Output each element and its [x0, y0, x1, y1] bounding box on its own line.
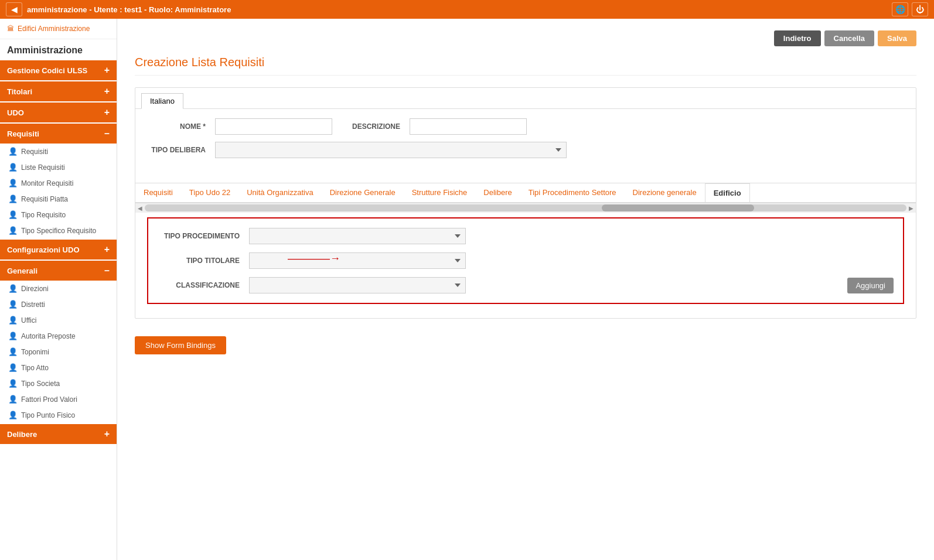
person-icon-uffici: 👤	[8, 316, 18, 325]
edifici-icon: 🏛	[7, 25, 14, 33]
person-icon-monitor: 👤	[8, 179, 18, 187]
person-icon-requisiti: 👤	[8, 147, 18, 156]
sidebar-item-requisiti-piatta[interactable]: 👤 Requisiti Piatta	[0, 191, 117, 207]
tab-tipo-udo-22[interactable]: Tipo Udo 22	[181, 183, 238, 203]
horizontal-scrollbar[interactable]: ◀ ▶	[135, 203, 916, 213]
tipo-punto-fisico-label: Tipo Punto Fisico	[21, 411, 75, 419]
gestione-toggle: +	[104, 65, 110, 76]
tipo-procedimento-select[interactable]	[249, 228, 466, 244]
sidebar-header[interactable]: 🏛 Edifici Amministrazione	[0, 19, 117, 39]
tab-strutture-fisiche[interactable]: Strutture Fisiche	[404, 183, 476, 203]
tipo-delibera-select[interactable]	[215, 142, 567, 158]
liste-requisiti-label: Liste Requisiti	[21, 163, 65, 172]
show-form-bindings-button[interactable]: Show Form Bindings	[135, 336, 226, 354]
back-arrow-icon[interactable]: ◀	[6, 2, 22, 16]
scroll-left-arrow[interactable]: ◀	[138, 205, 142, 211]
tipo-titolare-select[interactable]	[249, 252, 466, 269]
scroll-right-arrow[interactable]: ▶	[909, 205, 913, 211]
lang-tab[interactable]: Italiano	[141, 93, 183, 109]
classificazione-row: CLASSIFICAZIONE Aggiungi	[158, 277, 894, 293]
classificazione-label: CLASSIFICAZIONE	[158, 281, 240, 289]
sidebar-group-udo[interactable]: UDO +	[0, 103, 117, 122]
nome-input[interactable]	[215, 118, 332, 135]
tipo-titolare-row: TIPO TITOLARE	[158, 252, 894, 269]
person-icon-fattori: 👤	[8, 395, 18, 404]
tabs-header: Requisiti Tipo Udo 22 Unità Organizzativ…	[135, 183, 916, 203]
config-udo-toggle: +	[104, 244, 110, 255]
cancel-button[interactable]: Cancella	[824, 30, 874, 46]
sidebar-item-toponimi[interactable]: 👤 Toponimi	[0, 344, 117, 360]
tipo-specifico-requisito-label: Tipo Specifico Requisito	[21, 227, 96, 235]
sidebar-item-requisiti[interactable]: 👤 Requisiti	[0, 144, 117, 159]
tipo-titolare-label: TIPO TITOLARE	[158, 257, 240, 265]
person-icon-tipo-spec: 👤	[8, 226, 18, 235]
requisiti-toggle: –	[104, 128, 110, 139]
tab-requisiti[interactable]: Requisiti	[135, 183, 181, 203]
descrizione-label: DESCRIZIONE	[342, 122, 400, 131]
sidebar-item-tipo-requisito[interactable]: 👤 Tipo Requisito	[0, 207, 117, 223]
uffici-label: Uffici	[21, 316, 36, 325]
sidebar-group-titolari[interactable]: Titolari +	[0, 81, 117, 101]
tab-unita-organizzativa[interactable]: Unità Organizzativa	[238, 183, 321, 203]
person-icon-direzioni: 👤	[8, 284, 18, 293]
tipo-delibera-label: TIPO DELIBERA	[147, 146, 206, 154]
sidebar-item-monitor-requisiti[interactable]: 👤 Monitor Requisiti	[0, 175, 117, 191]
sidebar-item-distretti[interactable]: 👤 Distretti	[0, 296, 117, 312]
person-icon-tipo-punto: 👤	[8, 411, 18, 419]
aggiungi-button[interactable]: Aggiungi	[847, 278, 894, 293]
sidebar-item-direzioni[interactable]: 👤 Direzioni	[0, 281, 117, 296]
sidebar-header-label: Edifici Amministrazione	[18, 25, 90, 33]
toolbar: Indietro Cancella Salva	[135, 30, 916, 46]
scroll-thumb	[602, 204, 754, 211]
tipo-procedimento-row: TIPO PROCEDIMENTO	[158, 228, 894, 244]
sidebar-group-config-udo[interactable]: Configurazioni UDO +	[0, 240, 117, 259]
classificazione-select[interactable]	[249, 277, 466, 293]
sidebar-item-uffici[interactable]: 👤 Uffici	[0, 312, 117, 328]
tab-direzione-generale[interactable]: Direzione Generale	[322, 183, 404, 203]
power-icon[interactable]: ⏻	[912, 2, 928, 16]
sidebar-group-requisiti[interactable]: Requisiti –	[0, 124, 117, 144]
tab-direzione-generale-2[interactable]: Direzione generale	[625, 183, 705, 203]
sidebar-group-delibere[interactable]: Delibere +	[0, 424, 117, 444]
back-button[interactable]: Indietro	[774, 30, 821, 46]
tab-edificio[interactable]: Edificio	[705, 183, 750, 203]
form-section: Italiano NOME * DESCRIZIONE TIPO DELIBER…	[135, 87, 916, 319]
red-arrow-line: ————→	[288, 252, 340, 265]
udo-label: UDO	[7, 108, 24, 117]
monitor-requisiti-label: Monitor Requisiti	[21, 179, 73, 187]
person-icon-tipo-req: 👤	[8, 210, 18, 219]
sidebar-item-liste-requisiti[interactable]: 👤 Liste Requisiti	[0, 159, 117, 175]
scroll-track[interactable]	[145, 204, 906, 211]
globe-icon[interactable]: 🌐	[892, 2, 908, 16]
title-right: 🌐 ⏻	[892, 2, 928, 16]
sidebar-item-tipo-atto[interactable]: 👤 Tipo Atto	[0, 360, 117, 375]
nome-row: NOME * DESCRIZIONE	[147, 118, 904, 135]
toponimi-label: Toponimi	[21, 348, 49, 356]
sidebar-item-autorita-preposte[interactable]: 👤 Autorita Preposte	[0, 328, 117, 344]
udo-toggle: +	[104, 107, 110, 118]
sidebar-item-tipo-societa[interactable]: 👤 Tipo Societa	[0, 375, 117, 391]
nome-label: NOME *	[147, 122, 206, 131]
tipo-societa-label: Tipo Societa	[21, 380, 60, 388]
person-icon-distretti: 👤	[8, 300, 18, 309]
page-title: Creazione Lista Requisiti	[135, 56, 916, 76]
person-icon-autorita: 👤	[8, 332, 18, 340]
form-fields: NOME * DESCRIZIONE TIPO DELIBERA	[135, 108, 916, 177]
tab-content-wrapper: ————→ TIPO PROCEDIMENTO TIPO TITOLAR	[135, 217, 916, 318]
title-bar: ◀ amministrazione - Utente : test1 - Ruo…	[0, 0, 934, 19]
title-left: ◀ amministrazione - Utente : test1 - Ruo…	[6, 2, 231, 16]
sidebar-item-tipo-specifico-requisito[interactable]: 👤 Tipo Specifico Requisito	[0, 223, 117, 238]
sidebar-group-generali[interactable]: Generali –	[0, 261, 117, 281]
titolari-toggle: +	[104, 86, 110, 97]
tab-delibere[interactable]: Delibere	[475, 183, 520, 203]
requisiti-piatta-label: Requisiti Piatta	[21, 195, 68, 203]
sidebar-group-gestione[interactable]: Gestione Codici ULSS +	[0, 60, 117, 80]
descrizione-input[interactable]	[410, 118, 527, 135]
sidebar-item-tipo-punto-fisico[interactable]: 👤 Tipo Punto Fisico	[0, 407, 117, 423]
requisiti-item-label: Requisiti	[21, 148, 48, 156]
save-button[interactable]: Salva	[878, 30, 916, 46]
direzioni-label: Direzioni	[21, 285, 49, 293]
tipo-atto-label: Tipo Atto	[21, 364, 49, 372]
sidebar-item-fattori-prod-valori[interactable]: 👤 Fattori Prod Valori	[0, 391, 117, 407]
tab-tipi-procedimento-settore[interactable]: Tipi Procedimento Settore	[520, 183, 625, 203]
